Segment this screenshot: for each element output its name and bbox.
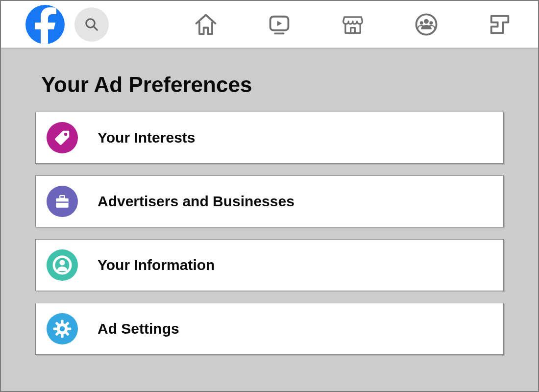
nav-marketplace[interactable]: [339, 11, 367, 38]
svg-marker-3: [277, 21, 282, 26]
tag-icon: [53, 128, 72, 147]
nav-gaming[interactable]: [486, 11, 514, 38]
tag-icon-wrap: [47, 122, 78, 153]
facebook-f-icon: [25, 5, 65, 44]
briefcase-icon-wrap: [47, 186, 78, 217]
nav-watch[interactable]: [266, 11, 293, 38]
watch-icon: [267, 12, 292, 37]
svg-rect-10: [56, 198, 68, 208]
svg-point-8: [429, 21, 433, 24]
nav-groups[interactable]: [413, 11, 440, 38]
card-label: Your Information: [98, 257, 215, 273]
page-title: Your Ad Preferences: [41, 73, 504, 97]
svg-rect-19: [68, 327, 72, 330]
card-advertisers-businesses[interactable]: Advertisers and Businesses: [35, 175, 504, 227]
briefcase-icon: [53, 192, 72, 211]
svg-rect-16: [61, 320, 63, 324]
home-icon: [193, 12, 219, 37]
search-icon: [84, 17, 99, 32]
nav-home[interactable]: [192, 11, 220, 38]
svg-rect-17: [61, 334, 63, 338]
card-ad-settings[interactable]: Ad Settings: [35, 303, 504, 355]
card-your-interests[interactable]: Your Interests: [35, 112, 504, 164]
svg-point-24: [60, 326, 65, 332]
card-label: Ad Settings: [98, 320, 179, 337]
svg-point-9: [64, 133, 67, 136]
card-label: Advertisers and Businesses: [98, 193, 294, 210]
gear-icon: [52, 318, 73, 339]
search-button[interactable]: [74, 7, 109, 42]
groups-icon: [414, 12, 439, 37]
svg-line-1: [94, 26, 98, 30]
nav-tabs: [192, 11, 514, 38]
svg-rect-18: [53, 327, 57, 330]
card-your-information[interactable]: Your Information: [35, 239, 504, 291]
gear-icon-wrap: [47, 313, 78, 344]
app-frame: Your Ad Preferences Your Interests Adver…: [0, 0, 539, 392]
top-bar: [1, 1, 538, 48]
person-circle-icon: [50, 253, 74, 277]
svg-point-5: [416, 14, 436, 34]
marketplace-icon: [340, 12, 366, 37]
svg-rect-11: [60, 196, 65, 198]
svg-point-14: [60, 260, 65, 266]
card-label: Your Interests: [98, 129, 196, 146]
svg-point-6: [424, 19, 429, 24]
svg-point-7: [420, 21, 423, 24]
page-content: Your Ad Preferences Your Interests Adver…: [1, 48, 538, 391]
gaming-icon: [487, 12, 513, 37]
facebook-logo[interactable]: [25, 5, 65, 44]
person-circle-icon-wrap: [47, 249, 78, 281]
